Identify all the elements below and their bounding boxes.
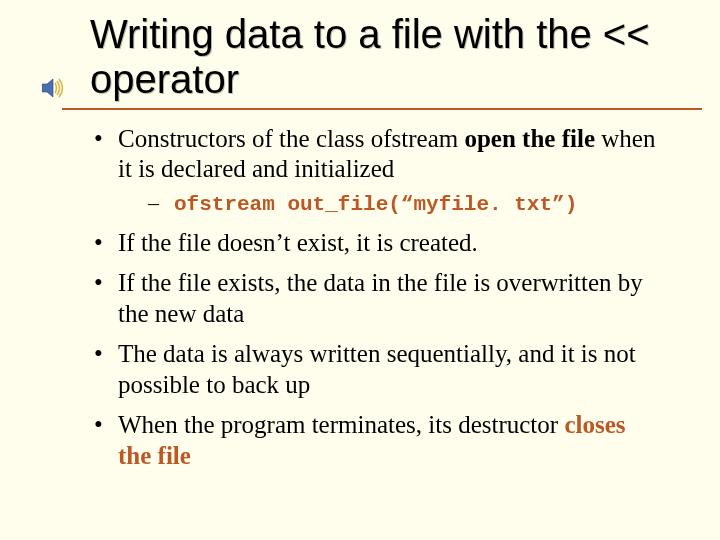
bullet-item: Constructors of the class ofstream open … <box>90 124 660 218</box>
bullet-text-bold: open the file <box>464 125 595 152</box>
bullet-text: The data is always written sequentially,… <box>118 340 636 398</box>
sound-icon <box>42 78 66 102</box>
bullet-list: Constructors of the class ofstream open … <box>90 124 670 472</box>
sub-item: ofstream out_file(“myfile. txt”) <box>118 189 660 218</box>
slide: Writing data to a file with the << opera… <box>0 0 720 540</box>
bullet-item: The data is always written sequentially,… <box>90 339 660 400</box>
bullet-text: If the file exists, the data in the file… <box>118 269 643 327</box>
bullet-text: If the file doesn’t exist, it is created… <box>118 229 478 256</box>
slide-title: Writing data to a file with the << opera… <box>90 12 670 102</box>
title-rule <box>62 108 702 110</box>
bullet-item: If the file exists, the data in the file… <box>90 268 660 329</box>
bullet-text: Constructors of the class ofstream <box>118 125 464 152</box>
bullet-text: When the program terminates, its destruc… <box>118 411 564 438</box>
bullet-item: If the file doesn’t exist, it is created… <box>90 228 660 259</box>
bullet-item: When the program terminates, its destruc… <box>90 410 660 471</box>
code-text: ofstream out_file(“myfile. txt”) <box>174 193 577 216</box>
svg-marker-0 <box>42 79 53 97</box>
sub-list: ofstream out_file(“myfile. txt”) <box>118 189 660 218</box>
